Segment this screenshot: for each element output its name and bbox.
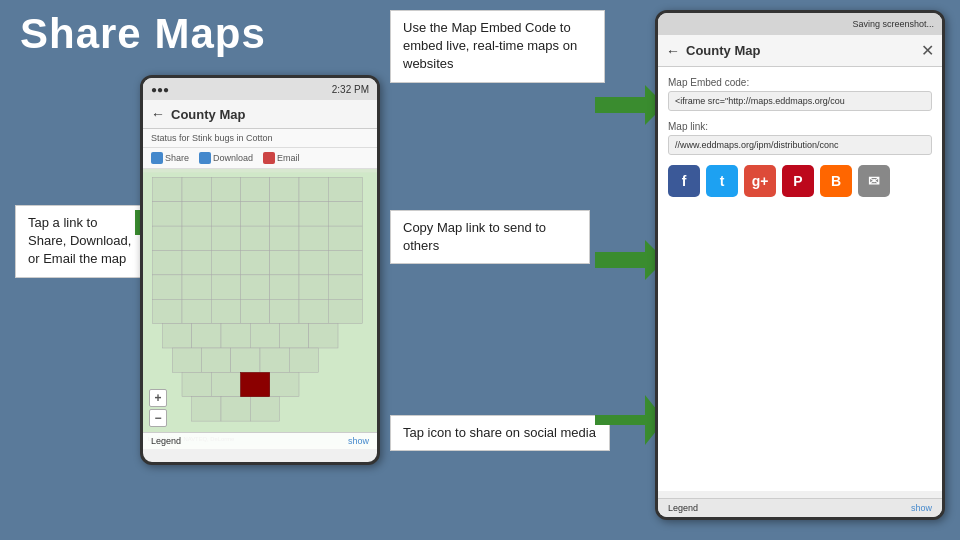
- svg-rect-19: [153, 226, 182, 250]
- svg-rect-29: [241, 251, 270, 275]
- svg-rect-41: [182, 299, 211, 323]
- svg-rect-62: [192, 397, 221, 421]
- svg-rect-22: [241, 226, 270, 250]
- svg-rect-65: [241, 372, 270, 396]
- page-title: Share Maps: [20, 10, 266, 58]
- link-label: Map link:: [668, 121, 932, 132]
- svg-rect-7: [211, 177, 240, 201]
- map-legend: Legend show: [143, 432, 377, 449]
- svg-rect-11: [328, 177, 362, 201]
- callout-top: Use the Map Embed Code to embed live, re…: [390, 10, 605, 83]
- svg-rect-30: [270, 251, 299, 275]
- svg-rect-38: [299, 275, 328, 299]
- blogger-icon[interactable]: B: [820, 165, 852, 197]
- svg-rect-21: [211, 226, 240, 250]
- phone-left-statusbar: ●●● 2:32 PM: [143, 78, 377, 100]
- svg-rect-32: [328, 251, 362, 275]
- link-field[interactable]: //www.eddmaps.org/ipm/distribution/conc: [668, 135, 932, 155]
- svg-rect-20: [182, 226, 211, 250]
- svg-rect-5: [153, 177, 182, 201]
- svg-rect-56: [260, 348, 289, 372]
- phone-right-title: County Map: [686, 43, 760, 58]
- svg-rect-57: [289, 348, 318, 372]
- share-label: Share: [165, 153, 189, 163]
- share-icon: [151, 152, 163, 164]
- download-btn[interactable]: Download: [199, 152, 253, 164]
- svg-rect-55: [231, 348, 260, 372]
- svg-rect-53: [172, 348, 201, 372]
- svg-rect-52: [309, 324, 338, 348]
- svg-rect-28: [211, 251, 240, 275]
- svg-rect-33: [153, 275, 182, 299]
- twitter-icon[interactable]: t: [706, 165, 738, 197]
- svg-rect-50: [250, 324, 279, 348]
- svg-rect-8: [241, 177, 270, 201]
- phone-right-header: ← County Map ✕: [658, 35, 942, 67]
- google-plus-icon[interactable]: g+: [744, 165, 776, 197]
- svg-rect-18: [328, 202, 362, 226]
- saving-text: Saving screenshot...: [852, 19, 934, 29]
- share-btn[interactable]: Share: [151, 152, 189, 164]
- back-arrow-icon[interactable]: ←: [151, 106, 165, 122]
- right-legend-label: Legend: [668, 503, 698, 513]
- svg-rect-34: [182, 275, 211, 299]
- back-arrow-right-icon[interactable]: ←: [666, 43, 680, 59]
- svg-rect-54: [202, 348, 231, 372]
- header-left: ← County Map: [666, 43, 760, 59]
- svg-rect-39: [328, 275, 362, 299]
- callout-mid: Copy Map link to send to others: [390, 210, 590, 264]
- phone-right-statusbar: Saving screenshot...: [658, 13, 942, 35]
- zoom-in-btn[interactable]: +: [149, 389, 167, 407]
- email-share-icon[interactable]: ✉: [858, 165, 890, 197]
- phone-right: Saving screenshot... ← County Map ✕ Map …: [655, 10, 945, 520]
- callout-bottom: Tap icon to share on social media: [390, 415, 610, 451]
- svg-rect-58: [182, 372, 211, 396]
- action-bar: Share Download Email: [143, 148, 377, 169]
- svg-rect-14: [211, 202, 240, 226]
- phone-left: ●●● 2:32 PM ← County Map Status for Stin…: [140, 75, 380, 465]
- phone-right-legend: Legend show: [658, 498, 942, 517]
- svg-rect-35: [211, 275, 240, 299]
- legend-show[interactable]: show: [348, 436, 369, 446]
- svg-rect-13: [182, 202, 211, 226]
- svg-rect-45: [299, 299, 328, 323]
- status-icons: ●●●: [151, 84, 169, 95]
- svg-rect-9: [270, 177, 299, 201]
- phone-left-header: ← County Map: [143, 100, 377, 129]
- svg-rect-24: [299, 226, 328, 250]
- facebook-icon[interactable]: f: [668, 165, 700, 197]
- svg-rect-59: [211, 372, 240, 396]
- svg-rect-49: [221, 324, 250, 348]
- embed-label: Map Embed code:: [668, 77, 932, 88]
- map-title-bar: Status for Stink bugs in Cotton: [143, 129, 377, 148]
- svg-rect-64: [250, 397, 279, 421]
- svg-rect-48: [192, 324, 221, 348]
- svg-rect-47: [163, 324, 192, 348]
- svg-rect-46: [328, 299, 362, 323]
- svg-rect-42: [211, 299, 240, 323]
- svg-rect-15: [241, 202, 270, 226]
- svg-rect-36: [241, 275, 270, 299]
- zoom-controls: + −: [149, 389, 167, 427]
- svg-rect-6: [182, 177, 211, 201]
- svg-rect-17: [299, 202, 328, 226]
- embed-field[interactable]: <iframe src="http://maps.eddmaps.org/cou: [668, 91, 932, 111]
- svg-rect-63: [221, 397, 250, 421]
- email-btn[interactable]: Email: [263, 152, 300, 164]
- svg-rect-31: [299, 251, 328, 275]
- svg-rect-40: [153, 299, 182, 323]
- social-icons-row: f t g+ P B ✉: [668, 165, 932, 197]
- svg-rect-43: [241, 299, 270, 323]
- phone-left-title: County Map: [171, 107, 245, 122]
- close-icon[interactable]: ✕: [921, 41, 934, 60]
- svg-rect-10: [299, 177, 328, 201]
- legend-label: Legend: [151, 436, 181, 446]
- zoom-out-btn[interactable]: −: [149, 409, 167, 427]
- svg-rect-27: [182, 251, 211, 275]
- svg-rect-26: [153, 251, 182, 275]
- time-display: 2:32 PM: [332, 84, 369, 95]
- svg-rect-12: [153, 202, 182, 226]
- pinterest-icon[interactable]: P: [782, 165, 814, 197]
- right-legend-show[interactable]: show: [911, 503, 932, 513]
- svg-rect-44: [270, 299, 299, 323]
